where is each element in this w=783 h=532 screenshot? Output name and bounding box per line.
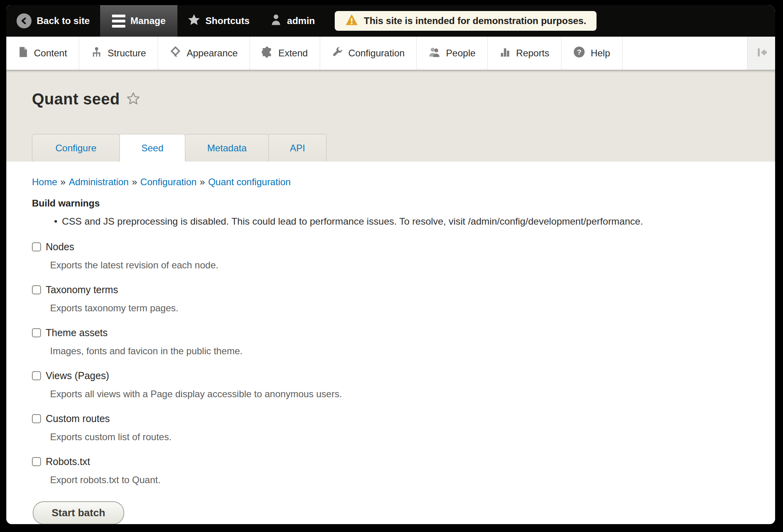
- toolbar-item-structure[interactable]: Structure: [79, 37, 158, 70]
- admin-username: admin: [287, 15, 315, 26]
- theme-assets-label[interactable]: Theme assets: [46, 327, 108, 339]
- structure-sitemap-icon: [91, 47, 102, 60]
- content-document-icon: [18, 47, 28, 60]
- tab-metadata[interactable]: Metadata: [185, 134, 269, 162]
- reports-barchart-icon: [500, 47, 511, 60]
- checkbox-group-custom-routes: Custom routes Exports custom list of rou…: [32, 413, 751, 443]
- toolbar-item-extend[interactable]: Extend: [250, 37, 320, 70]
- shortcuts-label: Shortcuts: [205, 15, 250, 26]
- toolbar-spacer: [623, 37, 748, 70]
- browser-viewport: Back to site Manage Shortcuts admin This…: [6, 5, 775, 524]
- back-arrow-icon: [17, 13, 32, 28]
- breadcrumb-link-quant-configuration[interactable]: Quant configuration: [208, 177, 291, 187]
- checkbox-group-theme-assets: Theme assets Images, fonts and favicon i…: [32, 327, 751, 357]
- toolbar-item-content[interactable]: Content: [6, 37, 79, 70]
- build-warnings-heading: Build warnings: [32, 198, 751, 209]
- robots-txt-checkbox[interactable]: [32, 457, 41, 466]
- admin-topbar: Back to site Manage Shortcuts admin This…: [6, 5, 775, 37]
- toolbar-item-help[interactable]: ? Help: [561, 37, 622, 70]
- custom-routes-checkbox[interactable]: [32, 414, 41, 423]
- custom-routes-description: Exports custom list of routes.: [50, 432, 751, 443]
- taxonomy-terms-checkbox[interactable]: [32, 285, 41, 294]
- favorite-star-icon[interactable]: [126, 91, 140, 107]
- build-warning-item: CSS and JS preprocessing is disabled. Th…: [32, 215, 751, 228]
- breadcrumb-separator: »: [129, 177, 140, 187]
- start-batch-button[interactable]: Start batch: [33, 501, 124, 524]
- manage-label: Manage: [130, 15, 166, 26]
- toolbar-item-appearance[interactable]: Appearance: [158, 37, 250, 70]
- breadcrumb-separator: »: [197, 177, 208, 187]
- theme-assets-checkbox[interactable]: [32, 328, 41, 337]
- extend-puzzle-icon: [262, 47, 273, 60]
- toolbar-label: Structure: [108, 48, 146, 59]
- breadcrumb-separator: »: [57, 177, 69, 187]
- views-pages-label[interactable]: Views (Pages): [46, 370, 109, 381]
- nodes-label[interactable]: Nodes: [46, 241, 74, 253]
- toolbar-item-configuration[interactable]: Configuration: [320, 37, 417, 70]
- views-pages-checkbox[interactable]: [32, 371, 41, 380]
- people-icon: [429, 47, 440, 60]
- checkbox-group-robots-txt: Robots.txt Export robots.txt to Quant.: [32, 456, 751, 485]
- breadcrumb-link-home[interactable]: Home: [32, 177, 57, 187]
- configuration-wrench-icon: [332, 47, 343, 60]
- build-warnings-list: CSS and JS preprocessing is disabled. Th…: [32, 215, 751, 228]
- appearance-brush-icon: [170, 47, 181, 60]
- toolbar-label: Configuration: [349, 48, 405, 59]
- admin-user-button[interactable]: admin: [260, 5, 325, 37]
- warning-triangle-icon: [345, 14, 358, 28]
- views-pages-description: Exports all views with a Page display ac…: [50, 389, 751, 400]
- star-icon: [188, 13, 200, 28]
- help-icon: ?: [573, 46, 585, 60]
- custom-routes-label[interactable]: Custom routes: [46, 413, 110, 424]
- breadcrumb-link-configuration[interactable]: Configuration: [140, 177, 197, 187]
- hamburger-icon: [112, 15, 125, 28]
- taxonomy-terms-label[interactable]: Taxonomy terms: [46, 284, 118, 296]
- nodes-checkbox[interactable]: [32, 242, 41, 251]
- svg-text:?: ?: [577, 48, 581, 56]
- demo-warning-banner: This site is intended for demonstration …: [335, 11, 597, 31]
- robots-txt-label[interactable]: Robots.txt: [46, 456, 90, 467]
- manage-button[interactable]: Manage: [100, 5, 177, 37]
- checkbox-group-nodes: Nodes Exports the latest revision of eac…: [32, 241, 751, 271]
- checkbox-group-views-pages: Views (Pages) Exports all views with a P…: [32, 370, 751, 400]
- shortcuts-button[interactable]: Shortcuts: [177, 5, 260, 37]
- breadcrumb-link-administration[interactable]: Administration: [69, 177, 129, 187]
- toolbar-label: Reports: [516, 48, 549, 59]
- collapse-left-icon: [755, 47, 768, 60]
- toolbar-label: Help: [591, 48, 610, 59]
- tab-api[interactable]: API: [268, 134, 326, 162]
- admin-toolbar: Content Structure Appearance Extend Conf…: [6, 37, 775, 70]
- toolbar-item-people[interactable]: People: [417, 37, 488, 70]
- toolbar-label: Content: [34, 48, 67, 59]
- demo-warning-text: This site is intended for demonstration …: [364, 15, 586, 26]
- primary-tabs: Configure Seed Metadata API: [32, 134, 326, 162]
- user-icon: [270, 13, 282, 28]
- checkbox-group-taxonomy: Taxonomy terms Exports taxonomy term pag…: [32, 284, 751, 314]
- toolbar-label: Extend: [278, 48, 308, 59]
- page-title: Quant seed: [32, 90, 120, 108]
- theme-assets-description: Images, fonts and favicon in the public …: [50, 346, 751, 357]
- robots-txt-description: Export robots.txt to Quant.: [50, 474, 751, 485]
- toolbar-label: Appearance: [186, 48, 237, 59]
- breadcrumb: Home»Administration»Configuration»Quant …: [32, 177, 751, 188]
- toolbar-label: People: [446, 48, 475, 59]
- tab-seed[interactable]: Seed: [119, 134, 185, 162]
- back-to-site-button[interactable]: Back to site: [6, 5, 100, 37]
- nodes-description: Exports the latest revision of each node…: [50, 260, 751, 271]
- toolbar-collapse-button[interactable]: [748, 37, 775, 70]
- toolbar-item-reports[interactable]: Reports: [488, 37, 561, 70]
- tab-configure[interactable]: Configure: [32, 134, 120, 162]
- taxonomy-terms-description: Exports taxonomy term pages.: [50, 303, 751, 314]
- main-content: Home»Administration»Configuration»Quant …: [6, 162, 775, 524]
- back-to-site-label: Back to site: [37, 15, 90, 26]
- page-header: Quant seed Configure Seed Metadata API: [6, 70, 775, 162]
